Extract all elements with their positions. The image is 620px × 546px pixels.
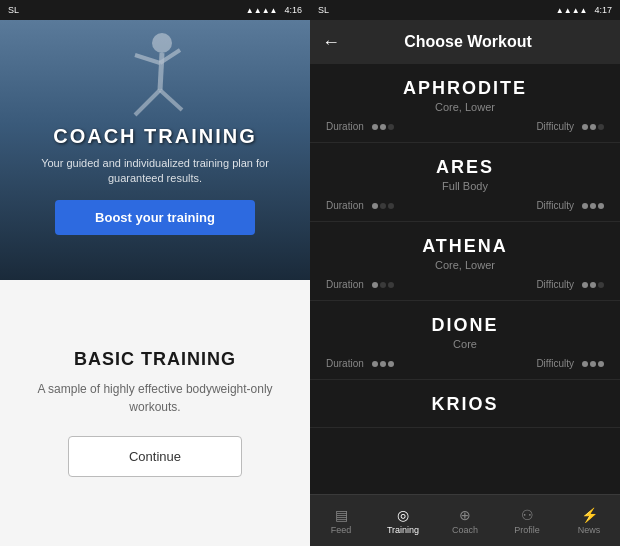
nav-item-training[interactable]: ◎ Training	[372, 507, 434, 535]
nav-item-news[interactable]: ⚡ News	[558, 507, 620, 535]
duration-dot	[388, 124, 394, 130]
left-status-icons: ▲▲▲▲ 4:16	[246, 5, 302, 15]
workout-meta: Duration Difficulty	[326, 358, 604, 369]
workout-name: DIONE	[326, 315, 604, 336]
difficulty-dot	[598, 203, 604, 209]
duration-label: Duration	[326, 121, 364, 132]
duration-dot	[372, 203, 378, 209]
left-panel: SL ▲▲▲▲ 4:16 COACH TRAINING Your guided …	[0, 0, 310, 546]
workout-item[interactable]: APHRODITE Core, Lower Duration Difficult…	[310, 64, 620, 143]
nav-label-coach: Coach	[452, 525, 478, 535]
difficulty-dots	[582, 203, 604, 209]
nav-item-coach[interactable]: ⊕ Coach	[434, 507, 496, 535]
difficulty-dot	[598, 124, 604, 130]
boost-button[interactable]: Boost your training	[55, 200, 255, 235]
duration-label: Duration	[326, 200, 364, 211]
duration-dot	[380, 282, 386, 288]
nav-item-profile[interactable]: ⚇ Profile	[496, 507, 558, 535]
difficulty-meta: Difficulty	[536, 279, 604, 290]
difficulty-dot	[590, 203, 596, 209]
duration-dot	[372, 361, 378, 367]
continue-button[interactable]: Continue	[68, 436, 242, 477]
difficulty-label: Difficulty	[536, 121, 574, 132]
svg-point-0	[152, 33, 172, 53]
left-carrier: SL	[8, 5, 19, 15]
svg-line-1	[160, 53, 162, 90]
difficulty-meta: Difficulty	[536, 358, 604, 369]
basic-training-subtitle: A sample of highly effective bodyweight-…	[20, 380, 290, 416]
workout-name: APHRODITE	[326, 78, 604, 99]
difficulty-dot	[590, 282, 596, 288]
svg-line-2	[135, 55, 160, 63]
duration-dots	[372, 124, 394, 130]
nav-label-news: News	[578, 525, 601, 535]
nav-icon-feed: ▤	[335, 507, 348, 523]
duration-dots	[372, 203, 394, 209]
duration-dots	[372, 282, 394, 288]
duration-dot	[388, 203, 394, 209]
difficulty-dot	[582, 124, 588, 130]
duration-dot	[388, 282, 394, 288]
duration-label: Duration	[326, 358, 364, 369]
right-carrier: SL	[318, 5, 329, 15]
difficulty-dot	[590, 361, 596, 367]
duration-meta: Duration	[326, 279, 394, 290]
workout-chooser-header: ← Choose Workout	[310, 20, 620, 64]
workout-item[interactable]: DIONE Core Duration Difficulty	[310, 301, 620, 380]
duration-meta: Duration	[326, 121, 394, 132]
workout-category: Full Body	[326, 180, 604, 192]
bottom-nav: ▤ Feed ◎ Training ⊕ Coach ⚇ Profile ⚡ Ne…	[310, 494, 620, 546]
duration-dot	[388, 361, 394, 367]
nav-label-training: Training	[387, 525, 419, 535]
workout-name: ATHENA	[326, 236, 604, 257]
duration-meta: Duration	[326, 358, 394, 369]
duration-dot	[380, 361, 386, 367]
workout-meta: Duration Difficulty	[326, 121, 604, 132]
coach-title: COACH TRAINING	[53, 125, 257, 148]
header-title: Choose Workout	[352, 33, 584, 51]
difficulty-dot	[598, 282, 604, 288]
difficulty-meta: Difficulty	[536, 121, 604, 132]
basic-training-title: BASIC TRAINING	[74, 349, 236, 370]
nav-label-feed: Feed	[331, 525, 352, 535]
nav-icon-training: ◎	[397, 507, 409, 523]
difficulty-dot	[590, 124, 596, 130]
coach-subtitle: Your guided and individualized training …	[0, 148, 310, 195]
workout-list: APHRODITE Core, Lower Duration Difficult…	[310, 64, 620, 494]
difficulty-label: Difficulty	[536, 200, 574, 211]
difficulty-dots	[582, 361, 604, 367]
workout-item[interactable]: KRIOS	[310, 380, 620, 428]
difficulty-dot	[582, 282, 588, 288]
difficulty-dot	[598, 361, 604, 367]
workout-category: Core, Lower	[326, 101, 604, 113]
workout-category: Core	[326, 338, 604, 350]
duration-dot	[380, 124, 386, 130]
nav-item-feed[interactable]: ▤ Feed	[310, 507, 372, 535]
left-status-bar: SL ▲▲▲▲ 4:16	[0, 0, 310, 20]
basic-training-section: BASIC TRAINING A sample of highly effect…	[0, 280, 310, 546]
nav-icon-coach: ⊕	[459, 507, 471, 523]
right-panel: SL ▲▲▲▲ 4:17 ← Choose Workout APHRODITE …	[310, 0, 620, 546]
nav-icon-news: ⚡	[581, 507, 598, 523]
difficulty-dots	[582, 124, 604, 130]
difficulty-label: Difficulty	[536, 358, 574, 369]
duration-dot	[372, 282, 378, 288]
back-button[interactable]: ←	[322, 32, 340, 53]
right-status-icons: ▲▲▲▲ 4:17	[556, 5, 612, 15]
difficulty-dot	[582, 203, 588, 209]
workout-category: Core, Lower	[326, 259, 604, 271]
workout-item[interactable]: ATHENA Core, Lower Duration Difficulty	[310, 222, 620, 301]
nav-label-profile: Profile	[514, 525, 540, 535]
duration-dot	[372, 124, 378, 130]
difficulty-meta: Difficulty	[536, 200, 604, 211]
difficulty-dot	[582, 361, 588, 367]
left-time: 4:16	[284, 5, 302, 15]
workout-item[interactable]: ARES Full Body Duration Difficulty	[310, 143, 620, 222]
coach-hero-section: COACH TRAINING Your guided and individua…	[0, 20, 310, 280]
right-time: 4:17	[594, 5, 612, 15]
workout-name: KRIOS	[326, 394, 604, 415]
workout-meta: Duration Difficulty	[326, 279, 604, 290]
workout-name: ARES	[326, 157, 604, 178]
nav-icon-profile: ⚇	[521, 507, 534, 523]
svg-line-4	[135, 90, 160, 115]
